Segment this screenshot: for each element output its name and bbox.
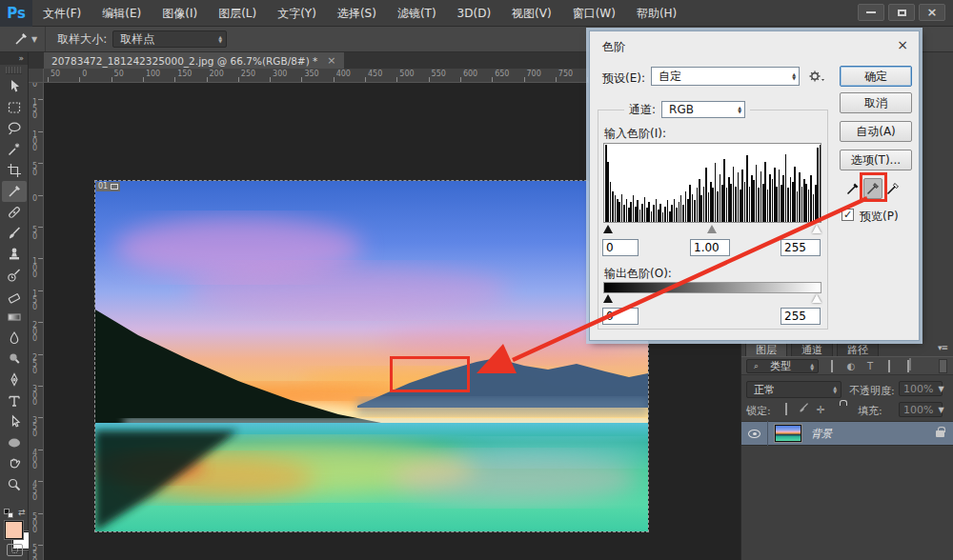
lock-transparency-icon[interactable] [780,403,793,415]
options-button[interactable]: 选项(T)... [840,150,912,170]
eyedropper-tool[interactable] [2,181,27,202]
preview-label: 预览(P) [860,209,899,225]
menu-item[interactable]: 视图(V) [501,0,562,27]
quick-mask-button[interactable] [7,544,23,556]
filter-type-layers-icon[interactable]: T [863,360,877,372]
menu-item[interactable]: 文件(F) [32,0,91,27]
layer-visibility-cell[interactable] [741,421,768,446]
pen-tool[interactable] [2,370,27,390]
close-button[interactable]: × [919,4,945,21]
preview-checkbox[interactable]: ✓ [841,209,854,221]
image-canvas[interactable]: 01 [95,181,648,531]
foreground-color-swatch[interactable] [5,521,23,539]
zoom-tool[interactable] [2,474,27,495]
lock-pixels-icon[interactable] [797,402,810,414]
path-selection-tool[interactable] [2,411,27,432]
sample-size-select[interactable]: 取样点 ▲▼ [112,30,227,48]
hand-tool[interactable] [2,453,27,474]
clone-stamp-tool[interactable] [2,244,27,265]
filter-shape-layers-icon[interactable] [882,360,896,372]
swap-colors-icon[interactable]: ⇄ [18,508,26,517]
filter-type-select[interactable]: ⌕ 类型 ▲▼ [746,359,819,373]
brush-tool[interactable] [2,223,27,244]
input-highlight-slider[interactable] [812,225,821,233]
blur-tool[interactable] [2,328,27,349]
opacity-label: 不透明度: [849,384,895,398]
input-shadow-slider[interactable] [603,225,613,233]
menu-item[interactable]: 编辑(E) [91,0,152,27]
background-layer-row[interactable]: 背景 [741,421,953,446]
minimize-button[interactable] [858,4,884,21]
collapse-panel-button[interactable]: » [0,52,28,65]
channel-select[interactable]: RGB ▲▼ [661,101,745,118]
panel-grip[interactable] [6,67,22,74]
tab-layers[interactable]: 图层 [745,341,787,356]
output-shadow-field[interactable] [602,308,639,325]
dodge-tool[interactable] [2,349,27,370]
lasso-tool[interactable] [2,118,27,139]
search-icon: ⌕ [754,361,759,371]
filter-pixel-layers-icon[interactable] [825,360,839,372]
input-midtone-slider[interactable] [707,225,717,233]
filter-smart-objects-icon[interactable] [902,360,915,372]
cancel-button[interactable]: 取消 [840,92,912,113]
lock-all-icon[interactable] [831,404,844,416]
menu-item[interactable]: 滤镜(T) [387,0,447,27]
menu-item[interactable]: 窗口(W) [562,0,626,27]
fill-value[interactable]: 100%▼ [899,402,943,417]
eraser-tool[interactable] [2,286,27,307]
history-brush-tool[interactable] [2,265,27,286]
ruler-label: 350 [304,70,318,78]
ruler-label: 50 [51,70,60,78]
filter-switch[interactable] [939,359,947,373]
default-colors-icon[interactable] [4,509,13,518]
panel-menu-icon[interactable]: ▾≡ [938,343,947,352]
ruler-label: 750 [558,70,573,78]
output-shadow-slider[interactable] [603,294,613,303]
ruler-label: 100 [146,70,160,78]
healing-brush-tool[interactable] [2,202,27,223]
tab-paths[interactable]: 路径 [837,341,879,356]
type-tool[interactable] [2,390,27,411]
menu-item[interactable]: 选择(S) [327,0,387,27]
menu-item[interactable]: 文字(Y) [267,0,327,27]
current-tool-options[interactable]: ▼ [0,27,46,51]
document-tab[interactable]: 20783472_181242325000_2.jpg @ 66.7%(RGB/… [44,52,344,69]
dialog-title: 色阶 [602,39,625,55]
eye-icon [748,430,760,438]
ok-button[interactable]: 确定 [840,66,912,87]
layer-name: 背景 [811,427,936,441]
output-highlight-field[interactable] [781,308,821,325]
gradient-tool[interactable] [2,307,27,328]
opacity-value[interactable]: 100%▼ [899,381,943,396]
layer-thumbnail[interactable] [775,425,801,442]
preset-select[interactable]: 自定 ▲▼ [651,67,800,86]
filter-adjustment-layers-icon[interactable]: ◐ [844,360,858,372]
menu-item[interactable]: 帮助(H) [626,0,687,27]
quick-selection-tool[interactable] [2,139,27,160]
layer-filter-row: ⌕ 类型 ▲▼ ◐ T [741,356,953,375]
blend-mode-select[interactable]: 正常 ▲▼ [746,381,841,398]
tool-dropdown-caret-icon: ▼ [31,35,37,44]
crop-tool[interactable] [2,160,27,181]
input-highlight-field[interactable] [781,239,821,256]
maximize-button[interactable] [888,4,915,21]
tab-close-icon[interactable]: × [327,54,335,67]
menu-item[interactable]: 3D(D) [447,0,501,27]
menu-item[interactable]: 图像(I) [152,0,208,27]
tab-channels[interactable]: 通道 [791,341,833,356]
dialog-close-icon[interactable]: × [897,37,908,52]
input-midtone-field[interactable] [690,239,730,256]
ruler-origin-corner[interactable] [29,69,44,83]
preset-options-gear-icon[interactable] [807,69,824,84]
shape-tool[interactable] [2,432,27,453]
photoshop-window: Ps 文件(F)编辑(E)图像(I)图层(L)文字(Y)选择(S)滤镜(T)3D… [0,0,953,560]
lock-position-icon[interactable]: ✛ [814,404,827,416]
slice-icon [111,184,118,190]
menu-item[interactable]: 图层(L) [208,0,267,27]
output-highlight-slider[interactable] [812,294,821,303]
auto-button[interactable]: 自动(A) [840,121,912,142]
marquee-tool[interactable] [2,97,27,118]
move-tool[interactable] [2,76,27,97]
input-shadow-field[interactable] [602,239,639,256]
